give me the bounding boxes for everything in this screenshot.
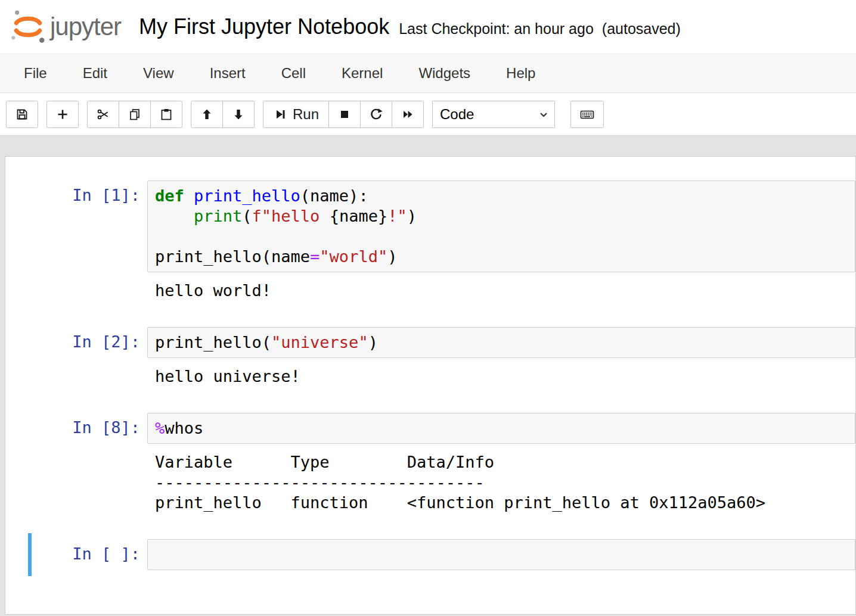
- checkpoint-status: Last Checkpoint: an hour ago: [399, 20, 594, 38]
- jupyter-logo-icon: [10, 8, 46, 45]
- output-prompt-spacer: [32, 358, 147, 387]
- autosave-status: (autosaved): [602, 20, 681, 38]
- jupyter-logo[interactable]: jupyter: [10, 8, 121, 45]
- notebook-container: In [1]:def print_hello(name): print(f"he…: [0, 136, 856, 616]
- input-prompt: In [2]:: [32, 327, 147, 358]
- copy-icon: [128, 107, 142, 122]
- menu-kernel[interactable]: Kernel: [324, 65, 401, 82]
- cell-type-value: Code: [440, 106, 474, 123]
- add-cell-icon: [55, 107, 70, 122]
- fast-forward-icon: [401, 107, 415, 122]
- input-prompt: In [ ]:: [32, 539, 147, 570]
- logo-text: jupyter: [50, 13, 121, 41]
- input-prompt: In [8]:: [32, 413, 147, 444]
- notebook-title[interactable]: My First Jupyter Notebook: [139, 14, 389, 39]
- paste-icon: [159, 107, 173, 122]
- menubar: File Edit View Insert Cell Kernel Widget…: [0, 54, 856, 93]
- cell-input[interactable]: [147, 539, 855, 570]
- title-group: My First Jupyter Notebook Last Checkpoin…: [139, 14, 681, 39]
- code-cell[interactable]: In [2]:print_hello("universe")hello univ…: [28, 321, 855, 393]
- move-cell-down-button[interactable]: [222, 101, 255, 128]
- step-forward-icon: [273, 107, 287, 122]
- save-button[interactable]: [6, 101, 38, 128]
- command-palette-button[interactable]: [570, 101, 604, 128]
- menu-widgets[interactable]: Widgets: [401, 65, 488, 82]
- restart-kernel-button[interactable]: [360, 101, 392, 128]
- output-prompt-spacer: [32, 272, 147, 301]
- menu-help[interactable]: Help: [488, 65, 553, 82]
- code-cell[interactable]: In [1]:def print_hello(name): print(f"he…: [28, 175, 855, 307]
- menu-file[interactable]: File: [6, 65, 65, 82]
- arrow-down-icon: [231, 107, 246, 122]
- restart-kernel-icon: [369, 107, 383, 122]
- cell-input[interactable]: def print_hello(name): print(f"hello {na…: [147, 181, 855, 272]
- menu-edit[interactable]: Edit: [65, 65, 125, 82]
- restart-run-all-button[interactable]: [392, 101, 424, 128]
- toolbar: Run Code: [0, 93, 856, 136]
- code-cell[interactable]: In [ ]:: [28, 533, 855, 576]
- arrow-up-icon: [200, 107, 214, 122]
- menu-insert[interactable]: Insert: [192, 65, 263, 82]
- add-cell-button[interactable]: [46, 101, 79, 128]
- run-button[interactable]: Run: [263, 101, 329, 128]
- cell-output: hello world!: [155, 281, 855, 301]
- menu-view[interactable]: View: [125, 65, 192, 82]
- copy-cell-button[interactable]: [119, 101, 151, 128]
- header: jupyter My First Jupyter Notebook Last C…: [0, 0, 856, 54]
- menu-cell[interactable]: Cell: [263, 65, 324, 82]
- cell-output: Variable Type Data/Info ----------------…: [155, 452, 855, 513]
- interrupt-kernel-button[interactable]: [328, 101, 361, 128]
- cut-cell-button[interactable]: [87, 101, 119, 128]
- code-cell[interactable]: In [8]:%whosVariable Type Data/Info ----…: [28, 407, 855, 519]
- keyboard-icon: [578, 107, 596, 122]
- move-cell-up-button[interactable]: [191, 101, 223, 128]
- run-label: Run: [293, 106, 319, 123]
- notebook: In [1]:def print_hello(name): print(f"he…: [5, 156, 856, 615]
- cell-output: hello universe!: [155, 366, 855, 387]
- cell-input[interactable]: print_hello("universe"): [147, 327, 855, 358]
- paste-cell-button[interactable]: [150, 101, 182, 128]
- cell-type-select[interactable]: Code: [432, 101, 555, 128]
- cell-input[interactable]: %whos: [147, 413, 855, 444]
- cut-icon: [96, 107, 110, 122]
- save-icon: [15, 107, 29, 122]
- input-prompt: In [1]:: [32, 181, 147, 272]
- output-prompt-spacer: [32, 444, 147, 513]
- chevron-down-icon: [536, 107, 551, 122]
- stop-icon: [337, 107, 352, 122]
